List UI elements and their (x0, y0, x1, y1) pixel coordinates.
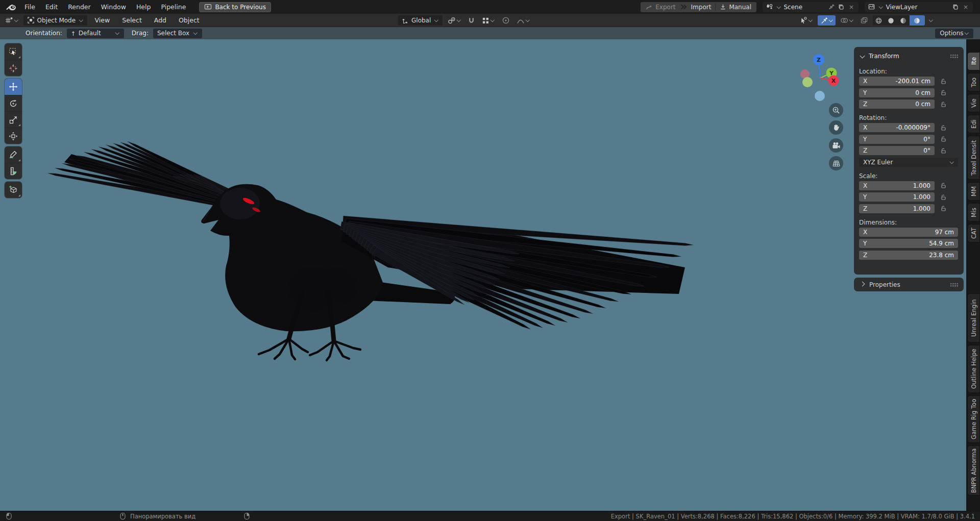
tool-rotate[interactable] (5, 95, 22, 111)
proportional-editing-button[interactable] (500, 15, 511, 26)
drag-orientation-selector[interactable]: Default (67, 29, 124, 38)
menu-add[interactable]: Add (150, 16, 171, 24)
menu-edit[interactable]: Edit (40, 0, 63, 14)
rotation-z-field[interactable]: Z0° (859, 146, 935, 155)
axis-minus-y-ball[interactable] (802, 77, 813, 87)
axis-minus-z-ball[interactable] (815, 91, 825, 101)
lock-icon[interactable] (940, 125, 947, 131)
rotation-y-field[interactable]: Y0° (859, 135, 935, 144)
tab-item[interactable]: Ite (967, 52, 980, 70)
lock-icon[interactable] (940, 194, 947, 201)
scene-name[interactable]: Scene (784, 4, 806, 11)
remove-viewlayer-icon[interactable]: × (962, 4, 970, 11)
lock-icon[interactable] (940, 89, 947, 96)
dimensions-y-field[interactable]: Y54.9 cm (859, 239, 958, 248)
pin-icon[interactable] (828, 4, 835, 11)
new-viewlayer-icon[interactable] (952, 4, 959, 11)
menu-pipeline[interactable]: Pipeline (156, 0, 191, 14)
tool-scale[interactable] (5, 111, 22, 128)
tab-texel-density[interactable]: Texel Densit (967, 136, 980, 180)
location-y-field[interactable]: Y0 cm (859, 88, 935, 97)
perspective-toggle-button[interactable] (829, 156, 843, 170)
tool-measure[interactable] (5, 163, 22, 179)
scale-x-field[interactable]: X1.000 (859, 181, 935, 190)
tab-view[interactable]: Vie (967, 94, 980, 112)
xray-toggle-button[interactable] (859, 15, 870, 26)
menu-help[interactable]: Help (131, 0, 156, 14)
tool-add-cube[interactable] (5, 182, 22, 198)
tab-unreal-engine[interactable]: Unreal Engin (967, 293, 980, 342)
up-axis-icon (71, 30, 76, 37)
tab-tool[interactable]: Too (967, 73, 980, 91)
scene-selector[interactable]: Scene × (763, 2, 859, 12)
tool-annotate[interactable] (5, 146, 22, 163)
camera-view-button[interactable] (829, 138, 843, 153)
tool-move[interactable] (5, 79, 22, 95)
shading-solid-button[interactable] (885, 15, 897, 26)
editor-type-button[interactable] (3, 15, 20, 26)
navigation-axis-gizmo[interactable]: Z Y X (796, 51, 847, 107)
unlink-scene-icon[interactable]: × (847, 4, 855, 11)
lock-icon[interactable] (940, 182, 947, 189)
rotation-mode-selector[interactable]: XYZ Euler (859, 158, 958, 167)
pivot-point-button[interactable] (446, 15, 463, 26)
blender-logo-icon[interactable] (6, 3, 16, 11)
snap-settings-button[interactable] (480, 15, 497, 26)
tab-bnpr-abnormal[interactable]: BNPR Abnorma (967, 445, 980, 495)
dimensions-z-field[interactable]: Z23.8 cm (859, 251, 958, 260)
menu-render[interactable]: Render (63, 0, 96, 14)
manual-button[interactable]: Manual (716, 2, 755, 12)
import-button[interactable]: Import (687, 2, 716, 12)
snap-toggle-button[interactable] (466, 15, 477, 26)
show-gizmo-button[interactable] (818, 15, 836, 26)
shading-wireframe-button[interactable] (873, 15, 885, 26)
properties-panel[interactable]: Properties (854, 278, 964, 291)
tab-mm[interactable]: MM (967, 182, 980, 201)
object-visibility-button[interactable] (798, 15, 815, 26)
scale-z-field[interactable]: Z1.000 (859, 204, 935, 213)
new-scene-icon[interactable] (838, 4, 845, 11)
tool-transform[interactable] (5, 128, 22, 144)
tab-cat[interactable]: CAT (967, 224, 980, 242)
scale-x-row: X1.000 (859, 181, 959, 190)
shading-rendered-button[interactable] (910, 15, 925, 26)
location-x-field[interactable]: X-200.01 cm (859, 77, 935, 86)
lock-icon[interactable] (940, 205, 947, 212)
export-button[interactable]: Export (642, 2, 679, 12)
back-to-previous-button[interactable]: Back to Previous (199, 2, 271, 12)
tool-select-box[interactable] (5, 43, 22, 60)
tool-cursor[interactable] (5, 60, 22, 76)
dimensions-x-field[interactable]: X97 cm (859, 228, 958, 237)
pan-view-button[interactable] (829, 120, 843, 135)
mode-selector[interactable]: Object Mode (23, 15, 87, 26)
menu-view[interactable]: View (90, 16, 115, 24)
lock-icon[interactable] (940, 78, 947, 85)
options-button[interactable]: Options (935, 29, 973, 38)
menu-file[interactable]: File (19, 0, 40, 14)
menu-select[interactable]: Select (117, 16, 146, 24)
menu-window[interactable]: Window (96, 0, 131, 14)
tab-game-rig-tool[interactable]: Game Rig Too (967, 395, 980, 443)
drag-grip-icon[interactable] (950, 54, 959, 58)
chevrons-right-icon (681, 5, 686, 9)
location-z-field[interactable]: Z0 cm (859, 100, 935, 109)
menu-object[interactable]: Object (174, 16, 204, 24)
rotation-x-field[interactable]: X-0.000009° (859, 123, 935, 132)
tab-edit[interactable]: Edi (967, 115, 980, 133)
viewlayer-selector[interactable]: ViewLayer × (865, 2, 973, 12)
show-overlays-button[interactable] (839, 15, 855, 26)
tab-misc[interactable]: Mis (967, 203, 980, 221)
proportional-falloff-button[interactable] (515, 15, 532, 26)
viewlayer-name[interactable]: ViewLayer (886, 4, 921, 11)
lock-icon[interactable] (940, 136, 947, 142)
zoom-view-button[interactable] (829, 103, 843, 117)
lock-icon[interactable] (940, 147, 947, 154)
transform-panel-header[interactable]: Transform (859, 50, 959, 62)
tab-outline-helper[interactable]: Outline Helpe (967, 345, 980, 393)
drag-grip-icon[interactable] (950, 283, 959, 287)
scale-y-field[interactable]: Y1.000 (859, 192, 935, 202)
transform-orientation-selector[interactable]: Global (398, 15, 443, 26)
drag-action-selector[interactable]: Select Box (153, 29, 202, 38)
shading-material-button[interactable] (897, 15, 910, 26)
lock-icon[interactable] (940, 101, 947, 108)
